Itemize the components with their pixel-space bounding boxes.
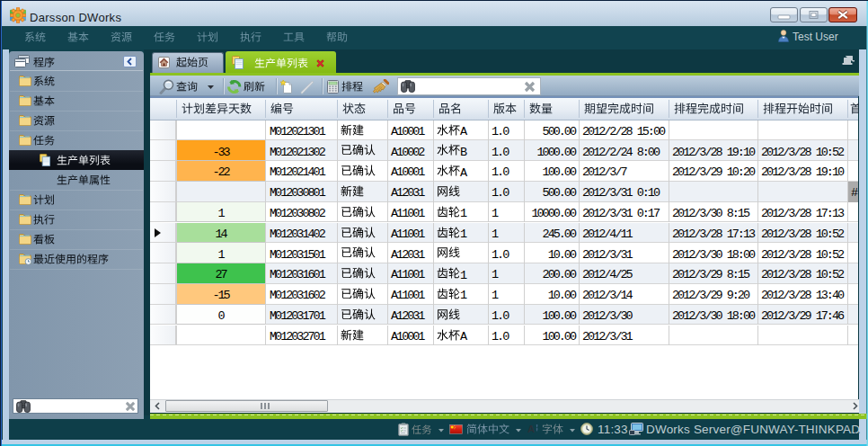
svg-text:A: A bbox=[527, 424, 535, 434]
